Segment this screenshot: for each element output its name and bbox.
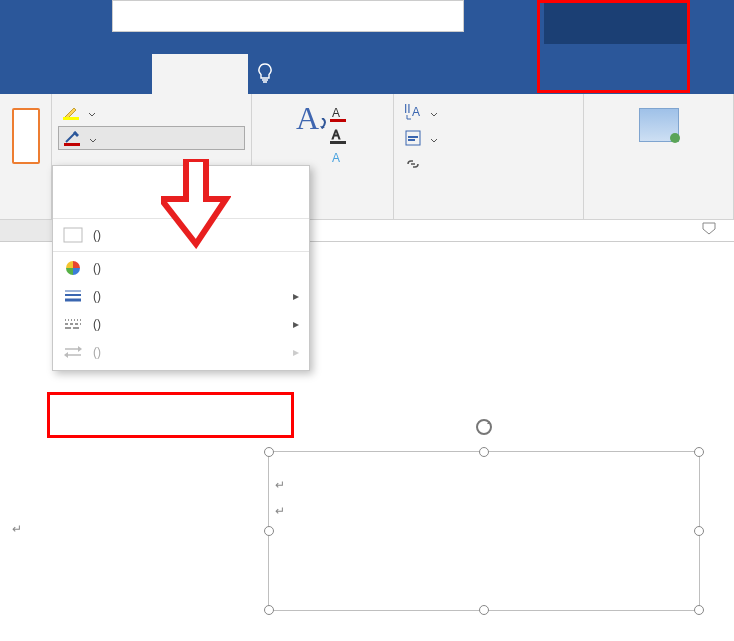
shape-fill-icon bbox=[62, 103, 80, 121]
outline-arrows-item: () ▸ bbox=[53, 338, 309, 366]
tab-tell-me-frag[interactable] bbox=[274, 54, 292, 94]
shape-outline-dropdown: () () () ▸ () ▸ () ▸ bbox=[52, 165, 310, 371]
line-arrows-icon bbox=[63, 343, 83, 361]
tab-view[interactable] bbox=[80, 54, 104, 94]
tab-format[interactable] bbox=[152, 54, 248, 94]
alt-text-icon[interactable] bbox=[639, 108, 679, 142]
paragraph-mark-icon: ↵ bbox=[275, 504, 285, 518]
group-shape-styles-gallery bbox=[0, 94, 52, 220]
selected-text-box[interactable]: ↵ ↵ bbox=[268, 451, 700, 611]
text-direction-icon: IIA bbox=[404, 103, 422, 121]
no-outline-item[interactable]: () bbox=[53, 221, 309, 249]
contextual-tab-label bbox=[544, 0, 688, 44]
outline-weight-label: () bbox=[93, 289, 101, 303]
svg-rect-5 bbox=[330, 141, 346, 144]
tab-review[interactable] bbox=[56, 54, 80, 94]
svg-rect-1 bbox=[64, 143, 80, 146]
chevron-down-icon bbox=[88, 108, 96, 116]
theme-colors-label bbox=[53, 172, 309, 182]
submenu-arrow-icon: ▸ bbox=[293, 317, 299, 331]
line-dash-icon bbox=[63, 315, 83, 333]
create-link-button[interactable] bbox=[400, 152, 577, 176]
text-box-content[interactable]: ↵ ↵ bbox=[269, 452, 699, 530]
svg-rect-10 bbox=[408, 136, 418, 138]
chevron-down-icon bbox=[430, 108, 438, 116]
svg-rect-3 bbox=[330, 119, 346, 122]
paragraph-mark-icon: ↵ bbox=[12, 522, 22, 537]
more-outline-colors-label: () bbox=[93, 261, 101, 275]
text-outline-button[interactable]: A bbox=[327, 126, 349, 146]
tab-references[interactable] bbox=[0, 54, 32, 94]
link-icon bbox=[404, 155, 422, 173]
wordart-large-A-icon: A bbox=[296, 100, 319, 137]
wordart-quick-styles-button[interactable]: A bbox=[296, 100, 319, 168]
outline-dashes-label: () bbox=[93, 317, 101, 331]
tab-developer[interactable] bbox=[104, 54, 128, 94]
color-wheel-icon bbox=[63, 259, 83, 277]
resize-handle[interactable] bbox=[264, 605, 274, 615]
text-alignment-button[interactable] bbox=[400, 126, 577, 150]
svg-text:II: II bbox=[404, 103, 411, 116]
group-accessibility bbox=[584, 94, 734, 220]
text-effects-button[interactable]: A bbox=[327, 148, 349, 168]
resize-handle[interactable] bbox=[479, 447, 489, 457]
lightbulb-icon bbox=[256, 63, 274, 86]
indent-marker-icon[interactable] bbox=[702, 222, 716, 238]
svg-text:A: A bbox=[412, 105, 420, 119]
align-text-icon bbox=[404, 129, 422, 147]
tab-help[interactable] bbox=[128, 54, 152, 94]
chevron-down-icon bbox=[430, 134, 438, 142]
resize-handle[interactable] bbox=[264, 447, 274, 457]
style-sample-icon[interactable] bbox=[12, 108, 40, 164]
tab-mailings[interactable] bbox=[32, 54, 56, 94]
search-input[interactable] bbox=[112, 0, 464, 32]
text-fill-button[interactable]: A bbox=[327, 104, 349, 124]
no-outline-icon bbox=[63, 226, 83, 244]
rotate-handle-icon[interactable] bbox=[475, 418, 493, 436]
svg-rect-11 bbox=[408, 139, 415, 141]
resize-handle[interactable] bbox=[694, 526, 704, 536]
group-text: IIA bbox=[394, 94, 584, 220]
outline-dashes-item[interactable]: () ▸ bbox=[53, 310, 309, 338]
shape-fill-button[interactable] bbox=[58, 100, 245, 124]
shape-outline-button[interactable] bbox=[58, 126, 245, 150]
resize-handle[interactable] bbox=[694, 447, 704, 457]
ribbon-tabs bbox=[0, 54, 734, 94]
svg-text:A: A bbox=[332, 106, 340, 120]
chevron-down-icon bbox=[89, 134, 97, 142]
resize-handle[interactable] bbox=[479, 605, 489, 615]
svg-rect-13 bbox=[64, 228, 82, 242]
title-bar bbox=[0, 0, 734, 54]
svg-text:A: A bbox=[332, 151, 340, 165]
shape-outline-icon bbox=[63, 129, 81, 147]
submenu-arrow-icon: ▸ bbox=[293, 345, 299, 359]
standard-colors-label bbox=[53, 194, 309, 204]
resize-handle[interactable] bbox=[264, 526, 274, 536]
paragraph-mark-icon: ↵ bbox=[275, 478, 285, 492]
submenu-arrow-icon: ▸ bbox=[293, 289, 299, 303]
more-outline-colors-item[interactable]: () bbox=[53, 254, 309, 282]
line-weight-icon bbox=[63, 287, 83, 305]
resize-handle[interactable] bbox=[694, 605, 704, 615]
no-outline-label: () bbox=[93, 228, 101, 242]
text-direction-button[interactable]: IIA bbox=[400, 100, 577, 124]
svg-rect-0 bbox=[63, 117, 79, 120]
outline-weight-item[interactable]: () ▸ bbox=[53, 282, 309, 310]
outline-arrows-label: () bbox=[93, 345, 101, 359]
svg-text:A: A bbox=[332, 128, 340, 142]
